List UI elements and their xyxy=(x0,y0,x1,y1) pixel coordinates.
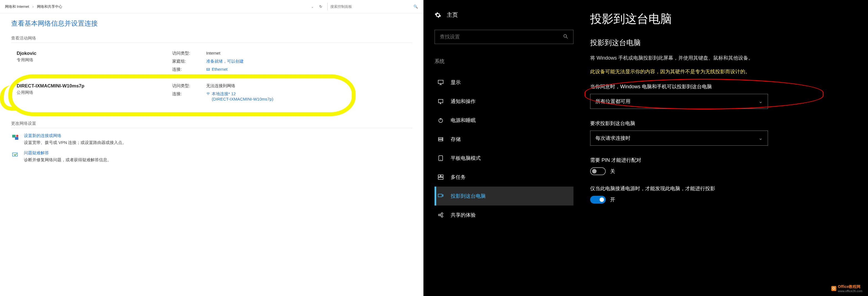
access-type-value: 无法连接到网络 xyxy=(206,83,273,88)
svg-rect-2 xyxy=(208,69,209,70)
watermark-url: www.office26.com xyxy=(838,289,863,293)
watermark-brand: Office教程网 xyxy=(838,284,863,289)
svg-line-30 xyxy=(440,216,441,216)
svg-point-27 xyxy=(441,213,443,214)
connection-value: 本地连接* 12 xyxy=(212,91,236,96)
toggle-label-power: 仅当此电脑接通电源时，才能发现此电脑，才能进行投影 xyxy=(590,185,851,192)
svg-rect-10 xyxy=(438,80,443,84)
ethernet-icon xyxy=(206,68,210,71)
connection-link[interactable]: 本地连接* 12 (DIRECT-IXMACMINI-W10ms7p) xyxy=(206,91,273,101)
troubleshoot-icon xyxy=(11,151,20,159)
svg-line-9 xyxy=(566,37,568,38)
logo-icon: O xyxy=(831,286,836,291)
toggle-state: 开 xyxy=(610,196,615,203)
wifi-icon xyxy=(206,92,210,96)
refresh-button[interactable]: ↻ xyxy=(316,4,326,9)
control-panel-window: 网络和 Internet › 网络和共享中心 ⌄ ↻ 🔍 查看基本网络信息并设置… xyxy=(0,0,424,296)
toggle-state: 关 xyxy=(610,168,615,174)
sidebar-item-multitask[interactable]: 多任务 xyxy=(435,168,574,187)
sidebar-item-label: 显示 xyxy=(451,79,461,86)
svg-rect-22 xyxy=(438,175,440,177)
connection-label: 连接: xyxy=(172,67,203,72)
sidebar-item-label: 存储 xyxy=(451,136,461,142)
search-icon[interactable]: 🔍 xyxy=(411,4,421,9)
svg-rect-4 xyxy=(15,137,18,140)
breadcrumb-item-page[interactable]: 网络和共享中心 xyxy=(35,3,64,10)
sidebar-item-label: 电源和睡眠 xyxy=(451,117,476,124)
control-panel-search-input[interactable] xyxy=(327,3,411,10)
settings-window: 主页 系统 显示 通知和操作 电源和睡眠 xyxy=(424,0,868,296)
tablet-icon xyxy=(437,155,444,162)
chevron-down-icon[interactable]: ⌄ xyxy=(309,4,316,9)
network-name: Djokovic xyxy=(17,51,172,56)
task-title: 设置新的连接或网络 xyxy=(24,133,126,138)
section-active-networks: 查看活动网络 xyxy=(11,36,412,43)
sidebar-item-power[interactable]: 电源和睡眠 xyxy=(435,111,574,130)
connection-label: 连接: xyxy=(172,91,203,101)
connection-value: Ethernet xyxy=(212,67,227,72)
svg-point-21 xyxy=(440,160,441,160)
homegroup-link[interactable]: 准备就绪，可以创建 xyxy=(206,59,244,64)
sidebar-category: 系统 xyxy=(435,58,574,64)
storage-icon xyxy=(437,136,444,142)
search-icon xyxy=(563,34,568,40)
sidebar-item-label: 多任务 xyxy=(451,174,466,181)
sidebar-item-storage[interactable]: 存储 xyxy=(435,130,574,149)
homegroup-label: 家庭组: xyxy=(172,59,203,64)
dropdown-value: 每次请求连接时 xyxy=(595,135,630,141)
sidebar-item-tablet[interactable]: 平板电脑模式 xyxy=(435,149,574,168)
page-subtitle: 投影到这台电脑 xyxy=(590,38,851,48)
warning-text: 此设备可能无法显示你的内容，因为其硬件不是专为无线投影而设计的。 xyxy=(590,68,840,76)
sidebar-item-shared[interactable]: 共享的体验 xyxy=(435,206,574,224)
network-setup-icon xyxy=(11,133,20,142)
svg-point-28 xyxy=(441,216,443,217)
access-type-label: 访问类型: xyxy=(172,83,203,88)
svg-rect-13 xyxy=(438,100,443,103)
svg-rect-25 xyxy=(438,194,442,197)
section-change-settings: 更改网络设置 xyxy=(11,121,412,128)
network-block-private: Djokovic 专用网络 访问类型: Internet 家庭组: 准备就绪，可… xyxy=(11,48,412,75)
svg-point-18 xyxy=(442,138,443,139)
connection-link[interactable]: Ethernet xyxy=(206,67,244,72)
task-troubleshoot[interactable]: 问题疑难解答 诊断并修复网络问题，或者获得疑难解答信息。 xyxy=(11,151,412,163)
shared-icon xyxy=(437,212,444,218)
power-icon xyxy=(437,117,444,124)
settings-content: 投影到这台电脑 投影到这台电脑 将 Windows 手机或电脑投影到此屏幕，并使… xyxy=(585,0,868,296)
chevron-down-icon: ⌄ xyxy=(758,135,763,141)
dropdown-ask[interactable]: 每次请求连接时 ⌄ xyxy=(590,131,768,145)
svg-point-5 xyxy=(16,135,18,137)
toggle-label-pin: 需要 PIN 才能进行配对 xyxy=(590,157,851,163)
sidebar-item-project[interactable]: 投影到这台电脑 xyxy=(435,187,574,206)
toggle-power[interactable] xyxy=(590,196,606,204)
network-name: DIRECT-IXMACMINI-W10ms7p xyxy=(17,83,172,89)
task-description: 设置宽带、拨号或 VPN 连接；或设置路由器或接入点。 xyxy=(24,140,126,145)
settings-search[interactable] xyxy=(435,30,574,44)
multitask-icon xyxy=(437,174,444,181)
task-new-connection[interactable]: 设置新的连接或网络 设置宽带、拨号或 VPN 连接；或设置路由器或接入点。 xyxy=(11,133,412,145)
network-type: 公用网络 xyxy=(17,90,172,95)
sidebar-home[interactable]: 主页 xyxy=(435,11,574,19)
network-type: 专用网络 xyxy=(17,57,172,63)
dropdown-consent[interactable]: 所有位置都可用 ⌄ xyxy=(590,94,768,109)
chevron-down-icon: ⌄ xyxy=(758,98,763,104)
breadcrumb-item-category[interactable]: 网络和 Internet xyxy=(3,3,31,10)
dropdown-label-ask: 要求投影到这台电脑 xyxy=(590,120,851,127)
search-input[interactable] xyxy=(440,34,563,40)
page-description: 将 Windows 手机或电脑投影到此屏幕，并使用其键盘、鼠标和其他设备。 xyxy=(590,54,840,62)
page-heading: 查看基本网络信息并设置连接 xyxy=(11,19,412,28)
svg-rect-24 xyxy=(438,178,443,179)
svg-rect-1 xyxy=(207,69,208,70)
sidebar-item-display[interactable]: 显示 xyxy=(435,73,574,92)
toggle-pin[interactable] xyxy=(590,167,606,175)
connection-detail: (DIRECT-IXMACMINI-W10ms7p) xyxy=(212,97,273,101)
network-block-public: DIRECT-IXMACMINI-W10ms7p 公用网络 访问类型: 无法连接… xyxy=(11,80,412,104)
svg-point-19 xyxy=(442,140,443,141)
chevron-right-icon: › xyxy=(31,4,35,9)
task-description: 诊断并修复网络问题，或者获得疑难解答信息。 xyxy=(24,157,112,163)
svg-line-29 xyxy=(440,214,441,215)
access-type-value: Internet xyxy=(206,51,244,56)
access-type-label: 访问类型: xyxy=(172,51,203,56)
sidebar-item-label: 平板电脑模式 xyxy=(451,155,481,162)
svg-point-26 xyxy=(438,214,440,216)
sidebar-item-notifications[interactable]: 通知和操作 xyxy=(435,92,574,111)
